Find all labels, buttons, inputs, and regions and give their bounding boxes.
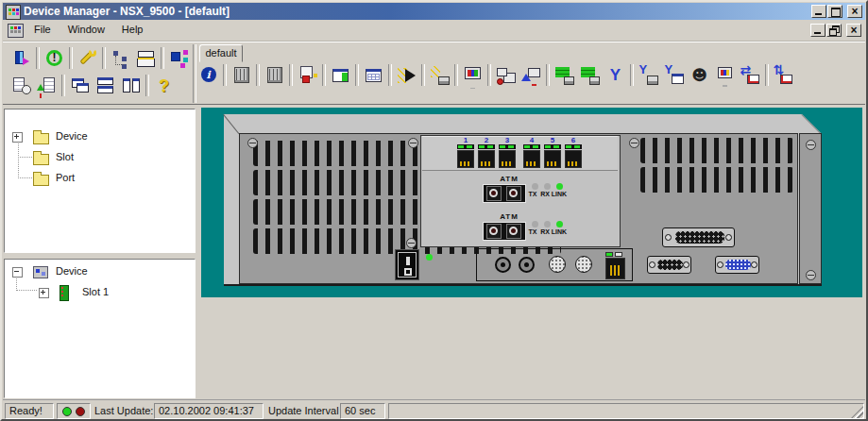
atm-module-1[interactable]: ATMTXRXLINK [422, 171, 618, 208]
chassis-view-icon [230, 64, 253, 87]
client-area: DeviceSlotPort DeviceSlot 1 [3, 104, 865, 400]
port-table-green-button[interactable] [328, 63, 353, 88]
menu-help[interactable]: Help [113, 20, 152, 40]
vlan-green-button[interactable] [552, 63, 577, 88]
chassis-front-face: 123456 ATMTXRXLINKATMTXRXLINK [239, 133, 798, 284]
toolbar-separator [388, 64, 392, 86]
port-power-icon [429, 64, 451, 87]
device-login-button[interactable] [9, 46, 34, 71]
rj45-port-6[interactable]: 6 [564, 137, 583, 169]
toolbar-left-row1 [9, 46, 192, 71]
toolbar-separator [102, 47, 106, 69]
vlan-green-2-button[interactable] [577, 63, 603, 88]
toolbar-left-row2 [9, 74, 177, 98]
session-upload-button[interactable] [519, 63, 544, 88]
mdi-minimize-button[interactable] [810, 24, 825, 37]
status-bar: Ready! Last Update: 02.10.2002 09:41:37 … [3, 399, 865, 421]
workstation-icon [714, 64, 737, 87]
topology-button[interactable] [166, 46, 192, 71]
tree-view-icon [110, 47, 132, 70]
maximize-button[interactable] [827, 5, 842, 18]
menu-window[interactable]: Window [60, 20, 113, 40]
screw-icon [806, 140, 816, 150]
chassis-view-2-button[interactable] [262, 63, 287, 88]
transfer-clock-upload-icon [773, 64, 795, 87]
tree-item-label: Slot [56, 151, 74, 162]
toolbar-zone: default [3, 42, 865, 105]
tree-item-slot[interactable]: Slot [5, 149, 195, 166]
link-led [556, 183, 563, 190]
status-button[interactable] [42, 46, 67, 71]
rj45-port-1[interactable]: 1 [456, 137, 475, 169]
port-led-bar [565, 144, 582, 149]
rj45-port-5[interactable]: 5 [543, 137, 562, 169]
tile-horizontal-button[interactable] [93, 74, 118, 98]
power-switch[interactable] [395, 249, 419, 280]
led-label: TX [526, 228, 539, 236]
tree-item-port[interactable]: Port [5, 170, 195, 187]
cascade-windows-button[interactable] [67, 74, 93, 98]
menu-file[interactable]: File [26, 20, 60, 40]
transfer-clock-icon [740, 64, 762, 87]
rj45-port-4[interactable]: 4 [522, 137, 541, 169]
connection-setup-button[interactable] [295, 63, 320, 88]
chassis-view-button[interactable] [229, 63, 254, 88]
server-list-icon [135, 47, 158, 70]
y-cable-table-button[interactable] [661, 63, 687, 88]
operator-button[interactable] [687, 63, 712, 88]
port-power-button[interactable] [427, 63, 452, 88]
port-table-button[interactable] [361, 63, 386, 88]
folder-icon [33, 133, 49, 144]
din-connector-icon [575, 256, 592, 273]
log-clock-button[interactable] [9, 74, 34, 98]
close-button[interactable] [847, 5, 862, 18]
expand-box[interactable] [39, 288, 49, 298]
power-arrow-button[interactable] [394, 63, 419, 88]
resize-grip[interactable] [851, 406, 863, 418]
y-cable-port-icon [638, 64, 660, 87]
tile-vertical-button[interactable] [118, 74, 144, 98]
tree-view-button[interactable] [108, 46, 133, 71]
tx-led [532, 221, 538, 227]
sc-connector-icon [486, 224, 502, 239]
transfer-clock-button[interactable] [738, 63, 763, 88]
last-update-label: Last Update: [94, 405, 153, 416]
mdi-close-button[interactable] [846, 24, 861, 37]
management-rj45-port[interactable] [605, 251, 626, 280]
tree-item-device[interactable]: Device [5, 128, 195, 145]
configure-wrench-button[interactable] [75, 46, 100, 71]
update-document-button[interactable] [34, 74, 60, 98]
y-cable-port-button[interactable] [636, 63, 661, 88]
expand-box[interactable] [12, 132, 23, 143]
fiber-sc-connector-block [483, 222, 526, 241]
workstation-button[interactable] [712, 63, 738, 88]
help-button[interactable] [151, 74, 177, 98]
transfer-clock-upload-button[interactable] [771, 63, 796, 88]
sc-connector-icon [486, 186, 502, 201]
device-manager-window: Device Manager - NSX_9500 - [default] Fi… [0, 0, 868, 421]
session-monitors-button[interactable] [493, 63, 519, 88]
server-list-button[interactable] [133, 46, 159, 71]
rj45-port-3[interactable]: 3 [498, 137, 517, 169]
operator-icon [689, 64, 711, 87]
terminal-button[interactable] [460, 63, 485, 88]
tree-item-slot-1[interactable]: Slot 1 [5, 284, 195, 301]
terminal-icon [462, 64, 485, 87]
tree-item-device[interactable]: Device [5, 263, 195, 280]
minimize-button[interactable] [811, 5, 826, 18]
mdi-restore-button[interactable] [826, 24, 842, 37]
atm-module-2[interactable]: ATMTXRXLINK [422, 209, 618, 245]
y-cable-button[interactable] [603, 63, 628, 88]
db15-vga-connector [715, 256, 759, 274]
port-number: 3 [498, 137, 517, 144]
toolbar-separator [36, 47, 40, 69]
toolbar-separator [765, 64, 769, 86]
bnc-connector-icon [495, 257, 511, 273]
tree-item-label: Slot 1 [82, 286, 109, 297]
info-button[interactable] [196, 63, 221, 88]
chassis-bottom-edge [224, 284, 822, 286]
led-label: LINK [549, 228, 570, 236]
tab-default[interactable]: default [199, 44, 243, 62]
collapse-box[interactable] [12, 267, 23, 278]
rj45-port-2[interactable]: 2 [477, 137, 496, 169]
